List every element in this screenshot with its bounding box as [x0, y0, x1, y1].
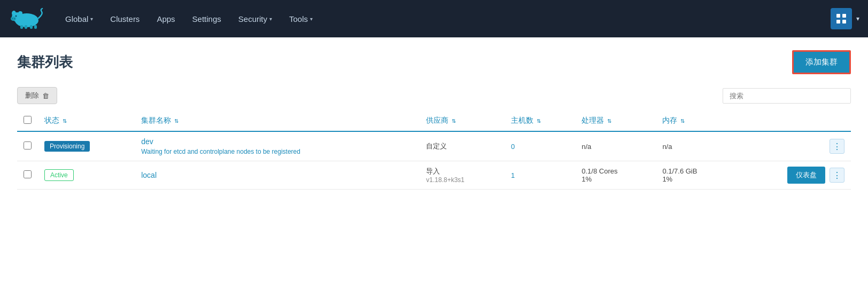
security-chevron-icon: ▾ [269, 16, 272, 22]
header-provider[interactable]: 供应商 ⇅ [420, 111, 505, 131]
dashboard-button[interactable]: 仪表盘 [787, 167, 825, 184]
svg-rect-10 [30, 25, 33, 29]
nav-item-settings[interactable]: Settings [185, 11, 229, 27]
nav-item-security[interactable]: Security ▾ [231, 11, 280, 27]
header-status[interactable]: 状态 ⇅ [38, 111, 135, 131]
table-header: 状态 ⇅ 集群名称 ⇅ 供应商 ⇅ 主机数 ⇅ 处理器 ⇅ [17, 111, 851, 131]
trash-icon: 🗑 [42, 92, 49, 100]
cluster-link-local[interactable]: local [141, 171, 157, 179]
row-dev-cpu: n/a [575, 131, 656, 161]
memory-sort-icon: ⇅ [680, 118, 685, 124]
row-dev-actions: ⋮ [735, 131, 851, 161]
local-more-button[interactable]: ⋮ [830, 168, 844, 183]
header-actions [735, 111, 851, 131]
header-provider-label: 供应商 [426, 116, 448, 124]
row-local-checkbox-cell [17, 161, 38, 190]
global-chevron-icon: ▾ [90, 16, 93, 22]
select-all-checkbox[interactable] [24, 116, 32, 124]
nav-menu: Global ▾ Clusters Apps Settings Security… [58, 11, 831, 27]
navbar: Global ▾ Clusters Apps Settings Security… [0, 0, 868, 37]
header-memory[interactable]: 内存 ⇅ [656, 111, 735, 131]
dev-action-cell: ⋮ [741, 139, 844, 154]
cpu-dev-value: n/a [582, 143, 591, 151]
row-dev-checkbox[interactable] [24, 141, 32, 150]
main-content: 集群列表 添加集群 删除 🗑 状态 ⇅ 集群名称 ⇅ [0, 37, 868, 299]
status-badge-active: Active [44, 169, 74, 181]
header-hosts[interactable]: 主机数 ⇅ [505, 111, 575, 131]
provider-version-local: v1.18.8+k3s1 [426, 176, 498, 184]
provider-sort-icon: ⇅ [452, 118, 456, 124]
row-dev-name-cell: dev Waiting for etcd and controlplane no… [135, 131, 420, 161]
app-logo[interactable] [9, 5, 51, 32]
header-name-label: 集群名称 [141, 116, 171, 124]
nav-item-tools[interactable]: Tools ▾ [282, 11, 320, 27]
host-count-local[interactable]: 1 [511, 171, 515, 179]
host-count-dev[interactable]: 0 [511, 143, 515, 151]
row-dev-hosts: 0 [505, 131, 575, 161]
name-sort-icon: ⇅ [174, 118, 179, 124]
user-dropdown-arrow[interactable]: ▾ [856, 15, 859, 22]
nav-clusters-label: Clusters [110, 14, 140, 23]
row-dev-provider: 自定义 [420, 131, 505, 161]
cluster-link-dev[interactable]: dev [141, 137, 153, 146]
nav-item-apps[interactable]: Apps [149, 11, 182, 27]
header-status-label: 状态 [44, 116, 59, 124]
svg-rect-11 [34, 25, 37, 29]
nav-settings-label: Settings [192, 14, 221, 23]
nav-security-label: Security [238, 14, 267, 23]
row-local-name-cell: local [135, 161, 420, 190]
nav-global-label: Global [65, 14, 88, 23]
logo-icon [9, 7, 45, 30]
svg-point-5 [12, 18, 13, 19]
table-row: Active local 导入 v1.18.8+k3s1 1 0.1/8 Cor… [17, 161, 851, 190]
user-menu-icon [835, 12, 848, 25]
svg-rect-13 [842, 14, 846, 18]
nav-tools-label: Tools [289, 14, 308, 23]
page-header: 集群列表 添加集群 [17, 50, 851, 74]
navbar-right: ▾ [831, 8, 859, 29]
svg-point-6 [14, 18, 15, 19]
memory-local-line2: 1% [662, 175, 728, 183]
row-dev-checkbox-cell [17, 131, 38, 161]
cpu-local-line2: 1% [582, 175, 649, 183]
header-hosts-label: 主机数 [511, 116, 533, 124]
svg-rect-9 [25, 25, 27, 29]
row-local-cpu: 0.1/8 Cores 1% [575, 161, 656, 190]
header-memory-label: 内存 [662, 116, 677, 124]
svg-point-3 [18, 11, 22, 15]
row-local-provider: 导入 v1.18.8+k3s1 [420, 161, 505, 190]
svg-rect-15 [842, 20, 846, 23]
table-row: Provisioning dev Waiting for etcd and co… [17, 131, 851, 161]
svg-point-2 [12, 11, 16, 16]
delete-label: 删除 [25, 91, 39, 100]
user-avatar[interactable] [831, 8, 852, 29]
status-badge-provisioning: Provisioning [44, 141, 90, 152]
row-dev-memory: n/a [656, 131, 735, 161]
svg-point-4 [11, 17, 16, 21]
row-local-status: Active [38, 161, 135, 190]
header-checkbox-cell [17, 111, 38, 131]
row-local-checkbox[interactable] [24, 170, 32, 178]
header-name[interactable]: 集群名称 ⇅ [135, 111, 420, 131]
toolbar: 删除 🗑 [17, 87, 851, 104]
delete-button[interactable]: 删除 🗑 [17, 87, 57, 104]
header-cpu[interactable]: 处理器 ⇅ [575, 111, 656, 131]
svg-point-7 [15, 15, 17, 17]
memory-dev-value: n/a [662, 143, 672, 151]
row-dev-status: Provisioning [38, 131, 135, 161]
cpu-local-line1: 0.1/8 Cores [582, 167, 649, 175]
memory-local-line1: 0.1/7.6 GiB [662, 167, 728, 175]
dev-more-button[interactable]: ⋮ [830, 139, 844, 154]
local-action-cell: 仪表盘 ⋮ [741, 167, 844, 184]
status-sort-icon: ⇅ [63, 118, 67, 124]
search-input[interactable] [723, 88, 851, 104]
provider-dev-label: 自定义 [426, 142, 447, 150]
header-cpu-label: 处理器 [582, 116, 604, 124]
add-cluster-button[interactable]: 添加集群 [792, 50, 851, 74]
row-local-hosts: 1 [505, 161, 575, 190]
nav-item-global[interactable]: Global ▾ [58, 11, 100, 27]
nav-apps-label: Apps [157, 14, 175, 23]
row-local-actions: 仪表盘 ⋮ [735, 161, 851, 190]
nav-item-clusters[interactable]: Clusters [103, 11, 147, 27]
cpu-sort-icon: ⇅ [607, 118, 611, 124]
